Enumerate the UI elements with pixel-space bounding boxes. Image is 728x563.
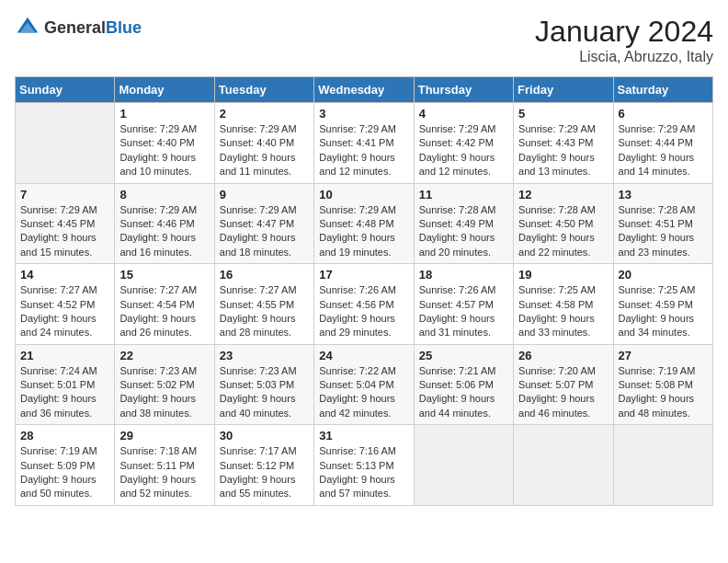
calendar-cell: 4Sunrise: 7:29 AMSunset: 4:42 PMDaylight… [414,103,513,184]
day-number: 29 [119,429,209,442]
calendar-cell [16,103,115,184]
day-header-friday: Friday [514,77,613,103]
day-number: 19 [518,268,608,282]
cell-content: Sunrise: 7:29 AMSunset: 4:46 PMDaylight:… [119,203,209,260]
day-number: 18 [419,268,508,282]
cell-content: Sunrise: 7:23 AMSunset: 5:03 PMDaylight:… [220,364,309,421]
cell-content: Sunrise: 7:27 AMSunset: 4:54 PMDaylight:… [119,283,209,340]
cell-content: Sunrise: 7:19 AMSunset: 5:09 PMDaylight:… [20,444,109,501]
calendar-cell: 14Sunrise: 7:27 AMSunset: 4:52 PMDayligh… [16,264,115,345]
day-header-wednesday: Wednesday [314,77,414,103]
calendar-cell [514,425,613,506]
calendar-cell [414,425,513,506]
day-header-sunday: Sunday [16,77,115,103]
cell-content: Sunrise: 7:28 AMSunset: 4:49 PMDaylight:… [419,203,508,260]
calendar-cell: 5Sunrise: 7:29 AMSunset: 4:43 PMDaylight… [514,103,613,184]
day-number: 17 [319,268,408,282]
day-number: 22 [119,349,209,362]
calendar-cell: 9Sunrise: 7:29 AMSunset: 4:47 PMDaylight… [214,183,313,264]
day-header-saturday: Saturday [613,77,712,103]
day-number: 25 [419,349,508,362]
calendar-week-row: 28Sunrise: 7:19 AMSunset: 5:09 PMDayligh… [16,425,713,506]
day-number: 30 [220,429,309,442]
cell-content: Sunrise: 7:19 AMSunset: 5:08 PMDaylight:… [619,364,708,421]
day-number: 12 [518,188,608,201]
calendar-cell: 26Sunrise: 7:20 AMSunset: 5:07 PMDayligh… [514,344,613,425]
day-number: 8 [119,188,209,201]
day-number: 4 [419,107,508,121]
cell-content: Sunrise: 7:26 AMSunset: 4:56 PMDaylight:… [319,283,408,340]
calendar-week-row: 7Sunrise: 7:29 AMSunset: 4:45 PMDaylight… [16,183,713,264]
cell-content: Sunrise: 7:18 AMSunset: 5:11 PMDaylight:… [119,444,209,501]
cell-content: Sunrise: 7:29 AMSunset: 4:43 PMDaylight:… [518,122,608,179]
cell-content: Sunrise: 7:27 AMSunset: 4:55 PMDaylight:… [220,283,309,340]
calendar-table: SundayMondayTuesdayWednesdayThursdayFrid… [15,76,713,506]
cell-content: Sunrise: 7:27 AMSunset: 4:52 PMDaylight:… [20,283,109,340]
cell-content: Sunrise: 7:29 AMSunset: 4:47 PMDaylight:… [220,203,309,260]
title-block: January 2024 Liscia, Abruzzo, Italy [535,15,713,65]
cell-content: Sunrise: 7:24 AMSunset: 5:01 PMDaylight:… [20,364,109,421]
day-number: 13 [619,188,708,201]
day-number: 3 [319,107,408,121]
cell-content: Sunrise: 7:21 AMSunset: 5:06 PMDaylight:… [419,364,508,421]
calendar-cell: 18Sunrise: 7:26 AMSunset: 4:57 PMDayligh… [414,264,513,345]
cell-content: Sunrise: 7:28 AMSunset: 4:50 PMDaylight:… [518,203,608,260]
calendar-cell: 25Sunrise: 7:21 AMSunset: 5:06 PMDayligh… [414,344,513,425]
calendar-cell: 23Sunrise: 7:23 AMSunset: 5:03 PMDayligh… [214,344,313,425]
cell-content: Sunrise: 7:25 AMSunset: 4:59 PMDaylight:… [619,283,708,340]
header-row: SundayMondayTuesdayWednesdayThursdayFrid… [16,77,713,103]
day-number: 10 [319,188,408,201]
day-number: 20 [619,268,708,282]
cell-content: Sunrise: 7:22 AMSunset: 5:04 PMDaylight:… [319,364,408,421]
calendar-cell: 28Sunrise: 7:19 AMSunset: 5:09 PMDayligh… [16,425,115,506]
calendar-cell: 20Sunrise: 7:25 AMSunset: 4:59 PMDayligh… [613,264,712,345]
day-number: 16 [220,268,309,282]
calendar-cell: 10Sunrise: 7:29 AMSunset: 4:48 PMDayligh… [314,183,414,264]
calendar-cell: 29Sunrise: 7:18 AMSunset: 5:11 PMDayligh… [115,425,214,506]
day-number: 15 [119,268,209,282]
calendar-subtitle: Liscia, Abruzzo, Italy [535,49,713,65]
calendar-week-row: 21Sunrise: 7:24 AMSunset: 5:01 PMDayligh… [16,344,713,425]
logo-text-blue: Blue [106,18,142,37]
calendar-cell: 15Sunrise: 7:27 AMSunset: 4:54 PMDayligh… [115,264,214,345]
calendar-cell: 3Sunrise: 7:29 AMSunset: 4:41 PMDaylight… [314,103,414,184]
cell-content: Sunrise: 7:20 AMSunset: 5:07 PMDaylight:… [518,364,608,421]
calendar-week-row: 1Sunrise: 7:29 AMSunset: 4:40 PMDaylight… [16,103,713,184]
calendar-cell: 13Sunrise: 7:28 AMSunset: 4:51 PMDayligh… [613,183,712,264]
cell-content: Sunrise: 7:29 AMSunset: 4:48 PMDaylight:… [319,203,408,260]
page-header: GeneralBlue January 2024 Liscia, Abruzzo… [15,15,713,65]
calendar-cell: 24Sunrise: 7:22 AMSunset: 5:04 PMDayligh… [314,344,414,425]
calendar-cell: 17Sunrise: 7:26 AMSunset: 4:56 PMDayligh… [314,264,414,345]
calendar-cell [613,425,712,506]
day-number: 9 [220,188,309,201]
day-number: 28 [20,429,109,442]
calendar-cell: 6Sunrise: 7:29 AMSunset: 4:44 PMDaylight… [613,103,712,184]
day-number: 7 [20,188,109,201]
day-number: 11 [419,188,508,201]
day-number: 31 [319,429,408,442]
cell-content: Sunrise: 7:28 AMSunset: 4:51 PMDaylight:… [619,203,708,260]
day-header-thursday: Thursday [414,77,513,103]
calendar-cell: 27Sunrise: 7:19 AMSunset: 5:08 PMDayligh… [613,344,712,425]
day-header-monday: Monday [115,77,214,103]
logo-icon [15,15,40,40]
cell-content: Sunrise: 7:29 AMSunset: 4:44 PMDaylight:… [619,122,708,179]
cell-content: Sunrise: 7:29 AMSunset: 4:41 PMDaylight:… [319,122,408,179]
day-number: 5 [518,107,608,121]
calendar-week-row: 14Sunrise: 7:27 AMSunset: 4:52 PMDayligh… [16,264,713,345]
day-number: 14 [20,268,109,282]
logo: GeneralBlue [15,15,142,40]
calendar-cell: 11Sunrise: 7:28 AMSunset: 4:49 PMDayligh… [414,183,513,264]
day-number: 23 [220,349,309,362]
cell-content: Sunrise: 7:29 AMSunset: 4:45 PMDaylight:… [20,203,109,260]
cell-content: Sunrise: 7:25 AMSunset: 4:58 PMDaylight:… [518,283,608,340]
day-number: 26 [518,349,608,362]
day-header-tuesday: Tuesday [214,77,313,103]
cell-content: Sunrise: 7:17 AMSunset: 5:12 PMDaylight:… [220,444,309,501]
calendar-cell: 30Sunrise: 7:17 AMSunset: 5:12 PMDayligh… [214,425,313,506]
calendar-cell: 19Sunrise: 7:25 AMSunset: 4:58 PMDayligh… [514,264,613,345]
calendar-cell: 16Sunrise: 7:27 AMSunset: 4:55 PMDayligh… [214,264,313,345]
day-number: 1 [119,107,209,121]
calendar-cell: 8Sunrise: 7:29 AMSunset: 4:46 PMDaylight… [115,183,214,264]
calendar-title: January 2024 [535,15,713,49]
